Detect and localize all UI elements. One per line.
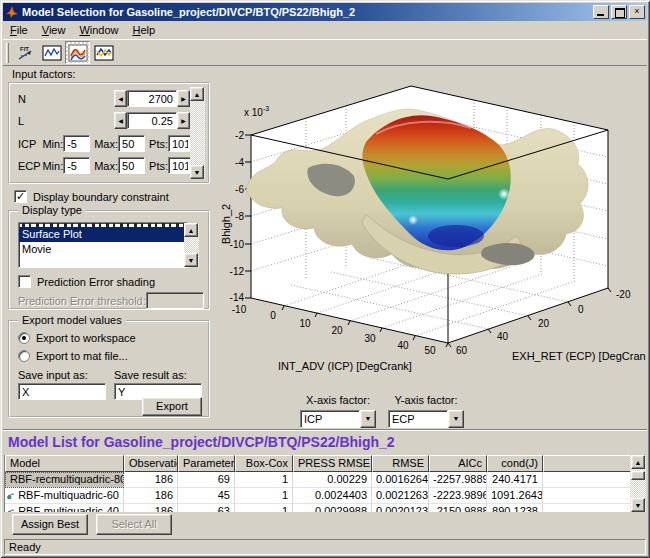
- cross-section-icon[interactable]: [91, 41, 116, 64]
- display-type-group: Display type Surface Plot Movie ▲ ▼ Pred…: [8, 210, 210, 310]
- icp-max-input[interactable]: [118, 135, 145, 152]
- pe-shading-checkbox[interactable]: [18, 275, 31, 288]
- fit-plot-icon[interactable]: FIT: [13, 41, 38, 64]
- export-group-title: Export model values: [18, 314, 126, 326]
- col-box-cox[interactable]: Box-Cox: [235, 455, 293, 472]
- cell-filler: [543, 504, 631, 512]
- x-axis-factor-label: X-axis factor:: [306, 394, 370, 406]
- factor-l-label: L: [18, 115, 24, 127]
- x-axis-factor-combo[interactable]: ICP ▼: [300, 410, 376, 428]
- menu-window[interactable]: Window: [72, 22, 125, 38]
- surface-plot[interactable]: x 10-3 -2 -4 -6 -8 -10 -12 -14 -10 0 10 …: [216, 64, 646, 388]
- col-cond-j[interactable]: cond(J): [487, 455, 543, 472]
- l-spin-left-icon[interactable]: ◀: [114, 112, 127, 129]
- col-parameters[interactable]: Parameters: [178, 455, 235, 472]
- icp-pts-input[interactable]: [168, 135, 192, 152]
- table-row[interactable]: RBF-recmultiquadric-80 186 69 1 0.00229 …: [5, 472, 631, 488]
- col-press-rmse[interactable]: PRESS RMSE: [293, 455, 372, 472]
- menu-help[interactable]: Help: [126, 22, 163, 38]
- col-rmse[interactable]: RMSE: [372, 455, 429, 472]
- toolbar-grip[interactable]: [6, 43, 9, 63]
- cell-aicc: -2257.9889: [429, 472, 487, 488]
- menu-file[interactable]: File: [3, 22, 35, 38]
- chevron-down-icon[interactable]: ▼: [360, 410, 376, 428]
- table-scrollbar[interactable]: ▲ ▼: [630, 455, 646, 512]
- status-bar: Ready: [4, 539, 646, 555]
- y-axis-factor-combo[interactable]: ECP ▼: [388, 410, 464, 428]
- y-axis-factor-label: Y-axis factor:: [394, 394, 457, 406]
- cell-cond-j: 890.1238: [487, 504, 543, 512]
- scrollbar-thumb[interactable]: [631, 471, 645, 480]
- svg-text:FIT: FIT: [20, 46, 29, 52]
- divider: [3, 429, 647, 431]
- model-list-title: Model List for Gasoline_project/DIVCP/BT…: [8, 434, 395, 450]
- table-row[interactable]: RBF-multiquadric-40 186 63 1 0.0029988 0…: [5, 504, 631, 512]
- scroll-down-icon[interactable]: ▼: [631, 498, 645, 512]
- model-name-cell: RBF-multiquadric-40: [5, 504, 124, 512]
- window-title: Model Selection for Gasoline_project/DIV…: [22, 6, 591, 18]
- export-button[interactable]: Export: [142, 397, 202, 416]
- toolbar: FIT: [3, 39, 647, 66]
- display-type-listbox[interactable]: Surface Plot Movie: [18, 222, 188, 268]
- surface-view-icon[interactable]: [65, 41, 90, 64]
- model-name-cell: RBF-multiquadric-60: [5, 488, 124, 504]
- svg-text:40: 40: [397, 340, 409, 351]
- cell-rmse: 0.0016264: [372, 472, 429, 488]
- cell-rmse: 0.0020123: [372, 504, 429, 512]
- ecp-min-input[interactable]: [63, 157, 90, 174]
- scroll-up-icon[interactable]: ▲: [184, 223, 198, 237]
- icp-max-label: Max:: [94, 138, 118, 150]
- scroll-down-icon[interactable]: ▼: [190, 165, 204, 179]
- scroll-up-icon[interactable]: ▲: [190, 87, 204, 101]
- x-axis-label: INT_ADV (ICP) [DegCrank]: [278, 360, 412, 372]
- svg-text:-2: -2: [235, 130, 244, 141]
- l-value-input[interactable]: [127, 112, 177, 129]
- title-bar[interactable]: Model Selection for Gasoline_project/DIV…: [3, 3, 647, 21]
- cell-cond-j: 240.4171: [487, 472, 543, 488]
- ecp-max-input[interactable]: [118, 157, 145, 174]
- boundary-constraint-checkbox[interactable]: ✓: [14, 190, 27, 203]
- ecp-max-label: Max:: [94, 160, 118, 172]
- menu-view[interactable]: View: [35, 22, 73, 38]
- model-name: RBF-multiquadric-40: [18, 504, 119, 512]
- l-spin-right-icon[interactable]: ▶: [177, 112, 190, 129]
- col-filler: [543, 455, 631, 472]
- pe-threshold-label: Prediction Error threshold:: [18, 295, 146, 307]
- save-result-label: Save result as:: [114, 369, 187, 381]
- col-model[interactable]: Model: [5, 455, 124, 472]
- menu-bar: File View Window Help: [3, 21, 647, 39]
- export-workspace-radio[interactable]: [18, 332, 30, 344]
- table-row[interactable]: RBF-multiquadric-60 186 45 1 0.0024403 0…: [5, 488, 631, 504]
- pe-shading-label: Prediction Error shading: [37, 276, 155, 288]
- col-observations[interactable]: Observations: [124, 455, 178, 472]
- ecp-pts-input[interactable]: [168, 157, 192, 174]
- line-plot-icon[interactable]: [39, 41, 64, 64]
- list-item-movie[interactable]: Movie: [19, 242, 187, 257]
- list-item-surface-plot[interactable]: Surface Plot: [19, 227, 187, 242]
- input-factors-scrollbar[interactable]: ▲ ▼: [190, 87, 205, 179]
- cell-press-rmse: 0.0029988: [293, 504, 372, 512]
- chevron-down-icon[interactable]: ▼: [448, 410, 464, 428]
- display-type-scrollbar[interactable]: ▲ ▼: [184, 223, 199, 267]
- n-spin-left-icon[interactable]: ◀: [114, 90, 127, 107]
- scroll-up-icon[interactable]: ▲: [631, 455, 645, 469]
- minimize-button[interactable]: [593, 5, 609, 19]
- maximize-button[interactable]: [611, 5, 627, 19]
- svg-text:-10: -10: [232, 304, 247, 315]
- assign-best-button[interactable]: Assign Best: [12, 514, 88, 535]
- save-input-field[interactable]: [18, 383, 106, 400]
- export-workspace-label: Export to workspace: [36, 332, 136, 344]
- n-spin-right-icon[interactable]: ▶: [177, 90, 190, 107]
- close-button[interactable]: ×: [629, 5, 645, 19]
- scroll-down-icon[interactable]: ▼: [184, 253, 198, 267]
- export-matfile-radio[interactable]: [18, 350, 30, 362]
- svg-text:-20: -20: [616, 289, 631, 300]
- icp-min-input[interactable]: [63, 135, 90, 152]
- svg-text:-8: -8: [235, 211, 244, 222]
- svg-text:10: 10: [299, 318, 311, 329]
- app-icon: [5, 5, 19, 19]
- col-aicc[interactable]: AICc: [429, 455, 487, 472]
- cell-parameters: 63: [178, 504, 235, 512]
- svg-text:60: 60: [456, 345, 468, 356]
- n-value-input[interactable]: [127, 90, 177, 107]
